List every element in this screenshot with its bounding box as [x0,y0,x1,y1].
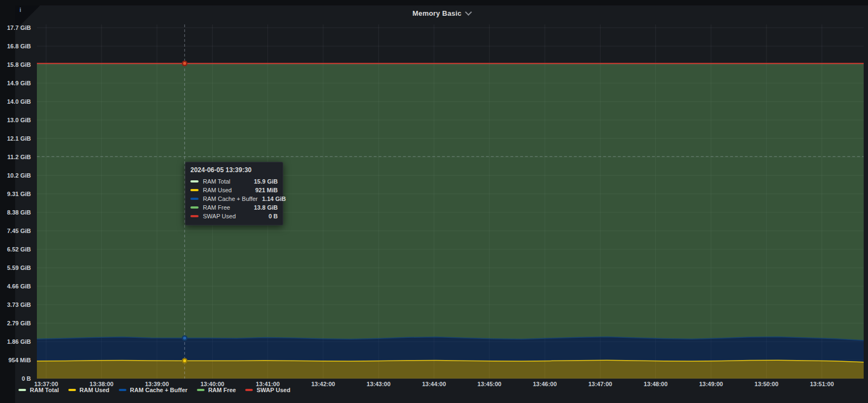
legend-item-label: RAM Cache + Buffer [130,387,188,393]
y-axis-label: 8.38 GiB [0,209,31,216]
y-axis-label: 954 MiB [0,356,31,364]
tooltip-row: RAM Used921 MiB [190,186,278,194]
legend-swatch-icon [119,389,126,391]
y-axis-label: 3.73 GiB [0,301,31,308]
legend-swatch-icon [68,389,76,391]
x-axis-label: 13:50:00 [746,381,787,388]
legend-item[interactable]: RAM Total [18,387,59,393]
hover-tooltip: 2024-06-05 13:39:30 RAM Total15.9 GiBRAM… [185,162,283,225]
legend-item[interactable]: SWAP Used [245,387,290,393]
tooltip-series-swatch-icon [190,180,199,182]
tooltip-series-label: RAM Cache + Buffer [203,196,258,202]
y-axis-label: 5.59 GiB [0,264,31,272]
hover-point [182,336,187,341]
tooltip-series-value: 13.8 GiB [254,204,278,211]
x-axis-label: 13:43:00 [358,381,399,388]
y-axis-label: 15.8 GiB [0,61,31,68]
y-axis-label: 2.79 GiB [0,319,31,327]
y-axis-label: 7.45 GiB [0,227,31,235]
tooltip-series-value: 921 MiB [255,187,278,193]
tooltip-row: SWAP Used0 B [190,212,278,221]
tooltip-row: RAM Cache + Buffer1.14 GiB [190,194,278,203]
x-axis-label: 13:42:00 [303,381,344,388]
y-axis-label: 12.1 GiB [0,135,31,142]
x-axis-label: 13:46:00 [524,381,565,388]
legend-item[interactable]: RAM Cache + Buffer [119,387,188,393]
tooltip-row: RAM Free13.8 GiB [190,203,278,212]
y-axis-label: 14.9 GiB [0,79,31,87]
area-ram-used [37,360,864,379]
x-axis-label: 13:44:00 [413,381,455,388]
tooltip-series-swatch-icon [190,198,199,200]
x-axis-label: 13:51:00 [801,381,843,388]
y-axis-label: 10.2 GiB [0,172,31,179]
tooltip-series-value: 15.9 GiB [254,178,278,185]
tooltip-series-swatch-icon [190,206,199,209]
tooltip-series-swatch-icon [190,215,199,217]
x-axis-label: 13:49:00 [691,381,732,388]
tooltip-series-label: RAM Total [203,178,250,185]
y-axis-label: 4.66 GiB [0,282,31,290]
legend: RAM TotalRAM UsedRAM Cache + BufferRAM F… [18,387,290,393]
tooltip-rows: RAM Total15.9 GiBRAM Used921 MiBRAM Cach… [190,177,278,221]
legend-item[interactable]: RAM Used [68,387,110,393]
tooltip-series-swatch-icon [190,189,199,191]
tooltip-row: RAM Total15.9 GiB [190,177,278,186]
tooltip-series-label: RAM Free [203,204,250,211]
y-axis-label: 11.2 GiB [0,153,31,161]
y-axis-label: 17.7 GiB [0,24,31,32]
area-ram-free [37,64,864,341]
y-axis-label: 13.0 GiB [0,116,31,124]
hover-point [182,61,187,66]
y-axis-label: 16.8 GiB [0,42,31,50]
chart-svg [0,0,868,403]
area-ram-cache-buffer [37,337,864,362]
y-axis-label: 14.0 GiB [0,98,31,105]
y-axis-label: 9.31 GiB [0,190,31,198]
legend-item-label: SWAP Used [257,387,290,393]
legend-item-label: RAM Used [80,387,110,393]
legend-swatch-icon [197,389,205,391]
tooltip-series-label: RAM Used [203,187,251,193]
x-axis-label: 13:45:00 [469,381,510,388]
x-axis-label: 13:48:00 [635,381,676,388]
tooltip-series-value: 0 B [269,213,278,219]
hover-point [182,358,187,363]
tooltip-timestamp: 2024-06-05 13:39:30 [190,166,278,174]
y-axis-label: 1.86 GiB [0,338,31,345]
legend-item-label: RAM Total [30,387,59,393]
legend-item[interactable]: RAM Free [197,387,236,393]
y-axis-label: 6.52 GiB [0,245,31,253]
tooltip-series-value: 1.14 GiB [262,196,286,202]
legend-item-label: RAM Free [208,387,236,393]
legend-swatch-icon [18,389,26,391]
tooltip-series-label: SWAP Used [203,213,264,219]
chart-plot-area[interactable] [0,0,868,403]
x-axis-label: 13:47:00 [579,381,621,388]
legend-swatch-icon [245,389,253,391]
